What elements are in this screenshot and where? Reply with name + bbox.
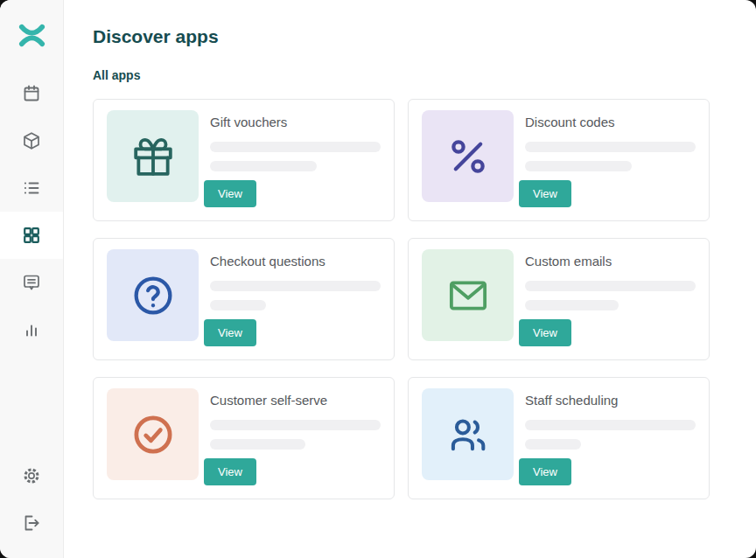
apps-grid: Gift vouchers View Discount codes View C… [93,99,756,499]
card-body: Gift vouchers View [210,100,394,207]
chat-icon [21,272,42,293]
percent-icon [444,133,492,180]
package-icon [21,130,42,151]
envelope-icon [444,272,492,319]
placeholder-bar [210,281,381,291]
sidebar-item-lists[interactable] [0,164,63,212]
sidebar-nav [0,70,63,353]
grid-icon [21,225,42,246]
placeholder-bar [525,420,696,430]
app-card-title: Gift vouchers [210,115,381,129]
app-icon-tile [422,249,514,341]
app-card-title: Custom emails [525,254,696,269]
page-title: Discover apps [93,26,756,47]
gift-icon [130,133,177,180]
logout-icon [21,513,42,534]
app-card: Discount codes View [408,99,710,221]
check-circle-icon [130,411,177,458]
placeholder-bar [525,300,619,310]
sidebar-item-reports[interactable] [0,306,63,353]
app-icon-tile [107,388,199,480]
app-card-title: Checkout questions [210,254,381,269]
sidebar-item-products[interactable] [0,117,63,164]
sidebar-footer [0,452,63,558]
view-button[interactable]: View [204,180,256,207]
main-content: Discover apps All apps Gift vouchers Vie… [64,0,756,558]
list-icon [21,178,42,199]
card-body: Checkout questions View [210,239,394,346]
placeholder-bar [210,142,381,152]
placeholder-bar [525,281,696,291]
brand-logo-icon [18,22,46,49]
app-card: Custom emails View [408,238,710,360]
app-icon-tile [107,249,199,341]
bar-chart-icon [21,319,42,340]
view-button[interactable]: View [519,458,571,485]
view-button[interactable]: View [204,458,256,485]
app-card: Staff scheduling View [408,377,710,499]
app-card-title: Staff scheduling [525,393,696,408]
app-card: Checkout questions View [93,238,395,360]
users-icon [444,411,492,458]
placeholder-bar [210,420,381,430]
app-icon-tile [422,388,514,480]
app-card: Gift vouchers View [93,99,395,221]
section-label: All apps [93,68,756,82]
logo-wrap [0,0,63,70]
question-circle-icon [130,272,177,319]
card-body: Custom emails View [525,239,709,346]
view-button[interactable]: View [204,319,256,346]
placeholder-bar [525,142,696,152]
app-icon-tile [422,110,514,202]
placeholder-bar [210,161,317,171]
app-card: Customer self-serve View [93,377,395,499]
calendar-icon [21,83,42,104]
gear-icon [21,465,42,486]
view-button[interactable]: View [519,180,571,207]
placeholder-bar [525,161,632,171]
sidebar-item-settings[interactable] [0,452,63,499]
placeholder-bar [525,439,581,450]
sidebar [0,0,64,558]
view-button[interactable]: View [519,319,571,346]
app-icon-tile [107,110,199,202]
sidebar-item-logout[interactable] [0,499,63,547]
sidebar-item-messages[interactable] [0,259,63,306]
card-body: Customer self-serve View [210,378,394,485]
placeholder-bar [210,439,305,450]
placeholder-bar [210,300,266,310]
app-window: Discover apps All apps Gift vouchers Vie… [0,0,756,558]
sidebar-item-apps[interactable] [0,212,63,259]
app-card-title: Customer self-serve [210,393,381,408]
sidebar-item-calendar[interactable] [0,70,63,117]
card-body: Staff scheduling View [525,378,709,485]
app-card-title: Discount codes [525,115,696,129]
card-body: Discount codes View [525,100,709,207]
